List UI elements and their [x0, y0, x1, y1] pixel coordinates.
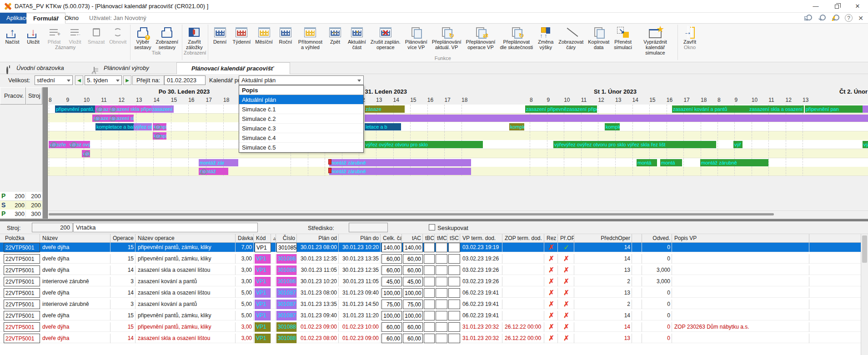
table-row[interactable]: 22VTP5001dveře dýha14zasazení skla a osa…: [0, 265, 861, 277]
gantt-bar[interactable]: výřez ot: [134, 123, 152, 130]
table-row[interactable]: 22VTP5001dveře dýha14zasazení skla a osa…: [0, 334, 861, 345]
gantt-bar[interactable]: vý: [863, 141, 868, 148]
gantt-resource-row[interactable]: S200200: [0, 201, 42, 210]
table-row[interactable]: 22VTP5001dveře dýha15připevnění pantů, z…: [0, 254, 861, 265]
gantt-bar[interactable]: zasazen: [92, 115, 108, 122]
column-header-zop_term[interactable]: ZOP term. dod.: [503, 234, 544, 243]
column-header-tbc[interactable]: tBC: [424, 234, 435, 243]
ribbon-button-roční[interactable]: Roční: [275, 24, 296, 45]
ribbon-button-uložit[interactable]: ↓Uložit: [23, 24, 44, 45]
ribbon-button-přeplánovat-dle-skutečnosti[interactable]: ↻Přeplánovat dle skutečnosti: [497, 24, 535, 50]
ribbon-button-týdenní[interactable]: Týdenní: [231, 24, 253, 45]
dropdown-item[interactable]: Simulace č.1: [239, 105, 363, 114]
prev-week-button[interactable]: ◀: [75, 75, 83, 85]
gantt-bar[interactable]: zásaze: [365, 105, 405, 113]
gantt-bar[interactable]: zasazení skla: [108, 115, 134, 122]
dropdown-item[interactable]: Simulace č.3: [239, 124, 363, 133]
gantt-bar[interactable]: zasazení skla a osazení lištou: [748, 105, 804, 113]
ribbon-button-zavřít[interactable]: →Zavřít: [679, 24, 700, 45]
ribbon-button-zobrazení-sestavy[interactable]: Zobrazení sestavy: [154, 24, 181, 50]
gantt-bar[interactable]: komple: [153, 132, 166, 140]
gantt-bar[interactable]: zasazení připevnězasazení připevně: [525, 105, 597, 113]
gantt-splitter[interactable]: [42, 87, 48, 219]
gantt-bar[interactable]: připevnění pan: [805, 105, 863, 113]
ribbon-button-aktuální-část[interactable]: ◔Aktuální část: [346, 24, 368, 50]
zoom-flash-icon[interactable]: [831, 14, 840, 23]
gantt-bar[interactable]: montáž zárubně: [329, 168, 471, 175]
gantt-bar[interactable]: výř: [733, 141, 743, 148]
stroj-name-field[interactable]: Vrtačka: [73, 223, 258, 232]
gantt-hscrollbar[interactable]: [48, 210, 868, 218]
next-week-button[interactable]: ▶: [123, 75, 131, 85]
goto-button[interactable]: Přejít na:: [132, 75, 164, 85]
stredisko-field[interactable]: [349, 223, 388, 232]
column-header-tac[interactable]: tAC: [403, 234, 423, 243]
column-header-kod[interactable]: Kód: [255, 234, 271, 243]
ribbon-button-zobrazovat-čáry[interactable]: Zobrazovat čáry: [556, 24, 586, 50]
gantt-bar[interactable]: montáž zárubně: [700, 159, 768, 166]
zoom-document-icon[interactable]: [804, 14, 813, 23]
gantt-bar[interactable]: zasazení skla připevně: [108, 105, 151, 113]
ribbon-button-přeplánovaní-operace-vp[interactable]: ⇄Přeplánovaní operace VP: [464, 24, 498, 50]
dropdown-item[interactable]: Simulace č.5: [239, 143, 363, 152]
column-header-operace[interactable]: Operace: [111, 234, 135, 243]
close-button[interactable]: ✕: [847, 0, 868, 13]
gantt-bar[interactable]: zasazení ko: [151, 105, 174, 113]
column-header-predchoper[interactable]: PředchOper: [575, 234, 632, 243]
gantt-bar[interactable]: montáž zár: [199, 159, 238, 166]
tab-plánovací-kalendář-pracovišť[interactable]: Plánovací kalendář pracovišť: [176, 62, 290, 74]
column-header-prop[interactable]: Př.OP: [559, 234, 574, 243]
table-row[interactable]: 22VTP5001interierové zárubně3zasazení ko…: [0, 277, 861, 288]
ribbon-button-přeplánování-aktuál-vp[interactable]: ↻Přeplánování aktuál. VP: [430, 24, 464, 50]
column-header-celk[interactable]: Celk. čas: [381, 234, 402, 243]
gantt-bar[interactable]: výřez ovýřez: [69, 141, 90, 148]
seskupovat-checkbox[interactable]: [429, 224, 435, 230]
help-icon[interactable]: ?: [845, 14, 853, 22]
ribbon-button-zavřít-záložky[interactable]: Zavřít záložky: [184, 24, 205, 50]
gantt-bar[interactable]: [863, 105, 868, 113]
ribbon-button-kopírovat-data[interactable]: Kopírovat data: [586, 24, 612, 50]
table-row[interactable]: 22VTP5001dveře dýha15připevnění pantů, z…: [0, 322, 861, 334]
dropdown-item[interactable]: Simulace č.4: [239, 133, 363, 143]
gantt-bar[interactable]: montá: [660, 159, 682, 166]
goto-date-field[interactable]: 01.02.2023: [164, 75, 206, 85]
tab-úvodní-obrazovka[interactable]: Úvodní obrazovka: [2, 62, 88, 74]
column-header-sort[interactable]: ▵: [272, 234, 276, 243]
gantt-col-stroj[interactable]: Stroj: [26, 87, 42, 105]
gantt-bar[interactable]: komple: [605, 123, 620, 130]
ribbon-button-načíst[interactable]: ↑Načíst: [2, 24, 23, 45]
column-header-tmc[interactable]: tMC: [436, 234, 447, 243]
column-header-davka[interactable]: Dávka: [236, 234, 254, 243]
restore-button[interactable]: [826, 0, 847, 13]
gantt-bar[interactable]: komple: [509, 123, 524, 130]
dropdown-item[interactable]: Aktuální plán: [239, 95, 363, 105]
table-row[interactable]: 22VTP5001interierové zárubně3zasazení ko…: [0, 300, 861, 311]
column-header-odved[interactable]: Odved.: [643, 234, 672, 243]
stroj-code-field[interactable]: 200: [32, 223, 73, 232]
table-row[interactable]: 22VTP5001dveře dýha15připevnění pantů, z…: [0, 311, 861, 322]
gantt-bar[interactable]: připevnění pantů, zá: [55, 105, 95, 113]
ribbon-button-plánování-více-vp[interactable]: Plánování více VP: [403, 24, 430, 50]
column-header-cislo[interactable]: Číslo: [276, 234, 297, 243]
ribbon-button-zrušit-zaplán-operace[interactable]: ×Zrušit zaplán. operace: [368, 24, 403, 50]
gantt-col-pracov[interactable]: Pracov.: [0, 87, 26, 105]
minimize-button[interactable]: —: [805, 0, 826, 13]
gantt-bar[interactable]: montáž zárubně: [329, 159, 471, 166]
column-header-plan_od[interactable]: Plán od: [298, 234, 339, 243]
gantt-hscroll-thumb[interactable]: [49, 213, 774, 215]
column-header-vp_term[interactable]: VP term. dod.: [461, 234, 502, 243]
gantt-bar[interactable]: letace a b: [365, 123, 401, 130]
ribbon-button-přenést-simulaci[interactable]: ↘Přenést simulaci: [612, 24, 634, 50]
column-header-nazev_op[interactable]: Název operace: [136, 234, 236, 243]
table-vertical-scrollbar[interactable]: [861, 234, 868, 355]
table-row[interactable]: 22VTP5001dveře dýha14zasazení skla a osa…: [0, 288, 861, 300]
gantt-bar[interactable]: výřezře: [49, 141, 69, 148]
column-header-plan_do[interactable]: Plán do: [340, 234, 381, 243]
gantt-bar[interactable]: montáž: [199, 168, 228, 175]
ribbon-button-změna-výšky[interactable]: ↑↑Změna výšky: [535, 24, 556, 50]
gantt-bar[interactable]: montá: [637, 159, 657, 166]
column-header-sp[interactable]: [633, 234, 642, 243]
gantt-bar[interactable]: zasazení kování a pantů: [672, 105, 748, 113]
ribbon-button-zpět[interactable]: ←Zpět: [325, 24, 346, 45]
table-row[interactable]: 22VTP5001dveře dýha15připevnění pantů, z…: [0, 243, 861, 254]
